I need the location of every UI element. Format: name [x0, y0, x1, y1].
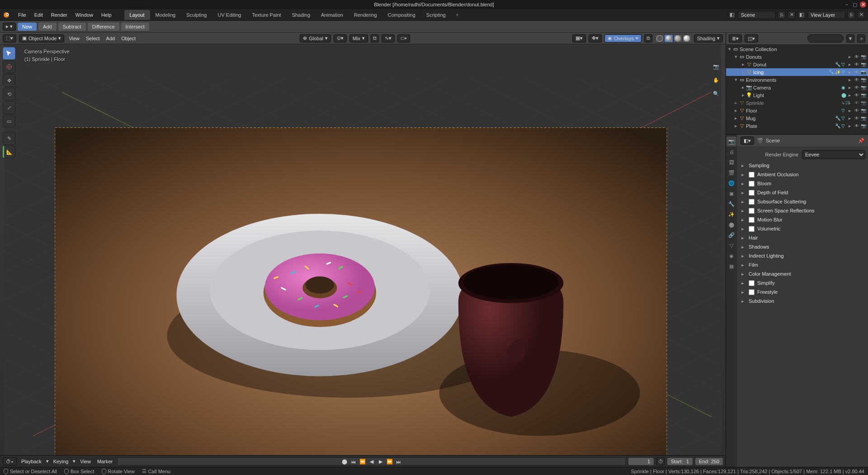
panel-freestyle[interactable]: ▸Freestyle: [740, 287, 865, 296]
camera-restrict-icon[interactable]: 📷: [860, 116, 866, 121]
outliner-new-collection-icon[interactable]: ＋: [857, 34, 865, 42]
tree-row-root[interactable]: ▾ ▭ Scene Collection: [726, 45, 868, 53]
vp-menu-select[interactable]: Select: [84, 35, 102, 42]
panel-subdivision[interactable]: ▸Subdivision: [740, 296, 865, 306]
pan-icon[interactable]: ✋: [711, 75, 721, 85]
eye-icon[interactable]: 👁: [854, 93, 859, 98]
scene-field[interactable]: [738, 11, 776, 19]
viewport-3d[interactable]: ✥ ⟲ ⤢ ▭ ✎ 📐 Camera Perspective (1) Sprin…: [0, 44, 726, 455]
camera-restrict-icon[interactable]: 📷: [860, 100, 866, 105]
workspace-tab-rendering[interactable]: Rendering: [349, 10, 382, 20]
camera-restrict-icon[interactable]: 📷: [860, 62, 866, 67]
timeline-view[interactable]: View: [78, 458, 93, 465]
ptab-material[interactable]: ◉: [726, 251, 736, 261]
ptab-physics[interactable]: ⬤: [726, 220, 736, 230]
ptab-constraint[interactable]: 🔗: [726, 230, 736, 240]
disclosure-icon[interactable]: ▸: [847, 100, 853, 105]
pivot-dropdown[interactable]: ⊙▾: [334, 34, 347, 42]
bool-difference[interactable]: Difference: [88, 23, 119, 31]
bool-subtract[interactable]: Subtract: [58, 23, 86, 31]
mode-dropdown[interactable]: ▣ Object Mode ▾: [19, 34, 64, 42]
eye-icon[interactable]: 👁: [854, 108, 859, 113]
props-editor-dropdown[interactable]: ◧▾: [741, 136, 754, 145]
camera-restrict-icon[interactable]: 📷: [860, 108, 866, 113]
lookdev-mode-button[interactable]: [673, 34, 682, 42]
camera-restrict-icon[interactable]: 📷: [860, 70, 866, 75]
bool-intersect[interactable]: Intersect: [121, 23, 149, 31]
tree-row[interactable]: ▾▭Donuts▸👁📷: [726, 53, 868, 61]
outliner-display-dropdown[interactable]: ≣▾: [729, 34, 742, 42]
disclosure-icon[interactable]: ▸: [847, 85, 853, 90]
panel-screen-space-reflections[interactable]: ▸Screen Space Reflections: [740, 206, 865, 215]
workspace-tab-layout[interactable]: Layout: [124, 10, 150, 20]
move-tool[interactable]: ✥: [3, 74, 15, 87]
panel-sampling[interactable]: ▸Sampling: [740, 161, 865, 170]
panel-checkbox[interactable]: [749, 172, 755, 178]
wireframe-mode-button[interactable]: [655, 34, 664, 42]
shading-dropdown[interactable]: Shading ▾: [694, 34, 723, 42]
outliner-tree[interactable]: ▾ ▭ Scene Collection ▾▭Donuts▸👁📷▸▽Donut🔧…: [726, 44, 868, 134]
panel-indirect-lighting[interactable]: ▸Indirect Lighting: [740, 251, 865, 260]
proportional-dropdown[interactable]: ∿▾: [382, 34, 395, 42]
camera-restrict-icon[interactable]: 📷: [860, 54, 866, 59]
close-icon[interactable]: ✕: [860, 1, 866, 8]
overlays-dropdown[interactable]: ◉ Overlays ▾: [604, 34, 641, 42]
layer-delete-icon[interactable]: ✕: [857, 11, 865, 19]
eye-icon[interactable]: 👁: [854, 85, 859, 90]
panel-shadows[interactable]: ▸Shadows: [740, 242, 865, 251]
ptab-object[interactable]: ▣: [726, 188, 736, 198]
eye-icon[interactable]: 👁: [854, 77, 859, 82]
tree-row[interactable]: ▸▽Sprinkle↳10▸👁📷: [726, 99, 868, 107]
jump-start-icon[interactable]: ⏮: [349, 458, 358, 466]
measure-tool[interactable]: 📐: [3, 146, 15, 158]
panel-checkbox[interactable]: [749, 199, 755, 205]
ptab-particles[interactable]: ✨: [726, 209, 736, 219]
cursor-tool[interactable]: [3, 61, 15, 73]
menu-edit[interactable]: Edit: [31, 10, 47, 19]
panel-checkbox[interactable]: [749, 208, 755, 214]
preview-range-icon[interactable]: ⏱: [656, 457, 665, 466]
tree-row[interactable]: ▸💡Light⬤▸👁📷: [726, 91, 868, 99]
xray-icon[interactable]: ⧉: [644, 34, 652, 42]
play-reverse-icon[interactable]: ◀: [368, 458, 376, 466]
timeline-keying[interactable]: Keying: [52, 458, 71, 465]
magnet-icon[interactable]: ⧉: [371, 34, 379, 42]
eye-icon[interactable]: 👁: [854, 100, 859, 105]
viewlayer-input[interactable]: [811, 12, 842, 18]
gizmo-dropdown[interactable]: ✥▾: [589, 34, 602, 42]
eye-icon[interactable]: 👁: [854, 62, 859, 67]
transform-tool[interactable]: ▭: [3, 115, 15, 127]
tree-row[interactable]: ▾▭Environments▸👁📷: [726, 76, 868, 84]
layer-new-icon[interactable]: ⎘: [847, 11, 855, 19]
ptab-modifier[interactable]: 🔧: [726, 199, 736, 209]
disclosure-icon[interactable]: ▸: [847, 108, 853, 113]
disclosure-icon[interactable]: ▸: [847, 54, 853, 59]
disclosure-icon[interactable]: ▸: [847, 116, 853, 121]
scene-delete-icon[interactable]: ✕: [788, 11, 796, 19]
workspace-tab-shading[interactable]: Shading: [287, 10, 316, 20]
tree-row[interactable]: ▸▽Icing🔧✨▽▸👁📷: [726, 68, 868, 76]
solid-mode-button[interactable]: [664, 34, 673, 42]
ptab-render[interactable]: 📷: [726, 136, 736, 146]
workspace-tab-animation[interactable]: Animation: [316, 10, 349, 20]
current-frame-field[interactable]: 1: [628, 458, 654, 465]
panel-ambient-occlusion[interactable]: ▸Ambient Occlusion: [740, 170, 865, 179]
eye-icon[interactable]: 👁: [854, 70, 859, 75]
panel-film[interactable]: ▸Film: [740, 260, 865, 269]
snap-dropdown[interactable]: Mix ▾: [349, 34, 368, 42]
render-engine-select[interactable]: Eevee: [802, 150, 865, 159]
vp-menu-add[interactable]: Add: [104, 35, 117, 42]
select-tool-dropdown[interactable]: ▸ ▾: [3, 23, 16, 31]
timeline-track[interactable]: ⬤ ⏮ ⏪ ◀ ▶ ⏩ ⏭: [117, 457, 626, 466]
tree-row[interactable]: ▸▽Floor▽▸👁📷: [726, 107, 868, 114]
panel-volumetric[interactable]: ▸Volumetric: [740, 224, 865, 233]
workspace-tab-compositing[interactable]: Compositing: [382, 10, 421, 20]
scene-new-icon[interactable]: ⎘: [778, 11, 786, 19]
minimize-icon[interactable]: −: [844, 1, 850, 8]
panel-motion-blur[interactable]: ▸Motion Blur: [740, 215, 865, 224]
tree-row[interactable]: ▸▽Mug🔧▽▸👁📷: [726, 114, 868, 122]
panel-hair[interactable]: ▸Hair: [740, 233, 865, 242]
menu-help[interactable]: Help: [98, 10, 115, 19]
tree-row[interactable]: ▸📷Camera◉▸👁📷: [726, 84, 868, 91]
proportional-falloff-dropdown[interactable]: ⬭▾: [397, 34, 410, 42]
